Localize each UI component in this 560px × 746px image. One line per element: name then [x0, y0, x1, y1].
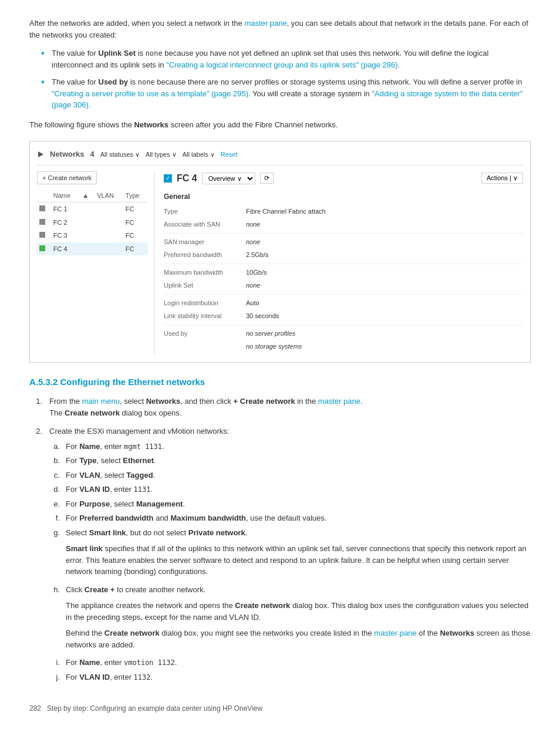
row-name: FC 2 — [51, 216, 80, 229]
vlanid-value-d: 1131 — [134, 485, 151, 494]
steps-list: 1. From the main menu, select Networks, … — [29, 396, 531, 686]
bullet-item-2: The value for Used by is none because th… — [41, 76, 531, 111]
sub-a: a. For Name, enter mgmt 1131. — [49, 441, 531, 453]
create-network-button[interactable]: + Create network — [37, 171, 97, 184]
detail-rows: TypeFibre Channel Fabric attachAssociate… — [164, 207, 523, 352]
detail-field-label: Login redistribution — [164, 298, 240, 308]
page-number: 282 — [29, 704, 41, 713]
list-panel: + Create network Name ▲ VLAN Type FC 1 F… — [37, 171, 154, 355]
master-pane-link-3[interactable]: master pane — [374, 629, 416, 637]
table-row[interactable]: FC 3 FC — [37, 229, 148, 242]
detail-field-label: Maximum bandwidth — [164, 268, 240, 278]
row-icon-cell — [37, 202, 51, 216]
detail-field-label: Link stability interval — [164, 311, 240, 321]
smart-link-label: Smart link — [89, 528, 126, 537]
detail-field-value: 2.5Gb/s — [246, 250, 269, 260]
detail-divider — [164, 325, 523, 325]
used-by-label: Used by — [99, 77, 129, 86]
detail-field-value: Auto — [246, 298, 259, 308]
fc-checkbox: ✓ — [164, 174, 172, 183]
main-menu-link[interactable]: main menu — [82, 397, 120, 406]
type-value-b: Ethernet — [123, 456, 154, 465]
type-label-b: Type — [79, 456, 96, 465]
smart-link-note: Smart link specifies that if all of the … — [66, 543, 531, 578]
sub-j-content: For VLAN ID, enter 1132. — [66, 671, 531, 683]
sub-f-content: For Preferred bandwidth and Maximum band… — [66, 512, 531, 524]
sub-h-note2: Behind the Create network dialog box, yo… — [66, 627, 531, 650]
name-value-a: mgmt 1131 — [124, 443, 162, 451]
networks-count: 4 — [90, 148, 95, 160]
row-type: FC — [123, 216, 148, 229]
general-section-title: General — [164, 191, 523, 202]
preferred-bw-label: Preferred bandwidth — [79, 514, 153, 522]
sub-steps-list: a. For Name, enter mgmt 1131. b. For Typ… — [49, 441, 531, 683]
col-name: Name — [51, 189, 80, 202]
name-label-i: Name — [79, 658, 100, 667]
create-network-dialog-label: Create network — [65, 409, 120, 417]
table-row[interactable]: FC 2 FC — [37, 216, 148, 229]
detail-field-value: 30 seconds — [246, 311, 279, 321]
play-icon — [37, 151, 44, 158]
server-profile-link[interactable]: "Creating a server profile to use as a t… — [52, 89, 251, 98]
step-2-content: Create the ESXi management and vMotion n… — [49, 426, 531, 686]
sub-f: f. For Preferred bandwidth and Maximum b… — [49, 512, 531, 524]
sub-g-content: Select Smart link, but do not select Pri… — [66, 527, 531, 581]
detail-field-label — [164, 342, 240, 352]
row-name: FC 3 — [51, 229, 80, 242]
table-header-row: Name ▲ VLAN Type — [37, 189, 148, 202]
reset-link[interactable]: Reset — [221, 150, 238, 160]
refresh-button[interactable]: ⟳ — [260, 173, 274, 184]
detail-field-row: Associate with SANnone — [164, 220, 523, 229]
sub-b-content: For Type, select Ethernet. — [66, 455, 531, 467]
row-vlan — [95, 216, 123, 229]
overview-select[interactable]: Overview ∨ — [202, 173, 255, 184]
name-label-a: Name — [79, 442, 100, 451]
header-actions: Actions | ∨ — [481, 173, 523, 184]
detail-field-label: Used by — [164, 329, 240, 339]
fc-name: FC 4 — [177, 171, 197, 185]
row-vlan — [95, 229, 123, 242]
detail-field-row: no storage systems — [164, 342, 523, 352]
detail-field-value: 10Gb/s — [246, 268, 266, 278]
step-1-content: From the main menu, select Networks, and… — [49, 396, 531, 418]
sub-h-note1: The appliance creates the network and op… — [66, 600, 531, 623]
detail-field-row: Uplink Setnone — [164, 281, 523, 291]
row-type: FC — [123, 242, 148, 256]
col-type: Type — [123, 189, 148, 202]
detail-field-value: no storage systems — [246, 342, 302, 352]
footer-text: Step by step: Configuring an example dat… — [47, 704, 262, 713]
filter-labels[interactable]: All labels ∨ — [183, 150, 215, 160]
sub-f-letter: f. — [49, 512, 60, 524]
vlanid-label-d: VLAN ID — [79, 485, 110, 494]
sub-b-letter: b. — [49, 455, 60, 467]
table-row[interactable]: FC 4 FC — [37, 242, 148, 256]
master-pane-link-2[interactable]: master pane — [318, 397, 360, 406]
detail-field-row: SAN managernone — [164, 237, 523, 247]
col-sort[interactable]: ▲ — [80, 189, 95, 202]
sub-i-content: For Name, enter vmotion 1132. — [66, 657, 531, 669]
detail-title: ✓ FC 4 Overview ∨ ⟳ — [164, 171, 274, 185]
used-by-value: none — [138, 78, 155, 86]
actions-button[interactable]: Actions | ∨ — [481, 173, 523, 184]
sub-d-content: For VLAN ID, enter 1131. — [66, 484, 531, 495]
sub-a-content: For Name, enter mgmt 1131. — [66, 441, 531, 453]
filter-types[interactable]: All types ∨ — [146, 150, 177, 160]
sub-b: b. For Type, select Ethernet. — [49, 455, 531, 467]
sub-e: e. For Purpose, select Management. — [49, 498, 531, 510]
master-pane-link[interactable]: master pane — [244, 19, 286, 28]
sub-e-letter: e. — [49, 498, 60, 510]
detail-field-value: Fibre Channel Fabric attach — [246, 207, 326, 217]
detail-field-row: Used byno server profiles — [164, 329, 523, 339]
sub-j-letter: j. — [49, 671, 60, 683]
filter-statuses[interactable]: All statuses ∨ — [100, 150, 140, 160]
sub-e-content: For Purpose, select Management. — [66, 498, 531, 510]
detail-field-value: no server profiles — [246, 329, 295, 339]
col-icon — [37, 189, 51, 202]
detail-panel: ✓ FC 4 Overview ∨ ⟳ Actions | ∨ General … — [154, 171, 523, 355]
uplink-set-value: none — [146, 49, 163, 58]
creating-logical-link[interactable]: "Creating a logical interconnect group a… — [166, 60, 400, 69]
table-row[interactable]: FC 1 FC — [37, 202, 148, 216]
create-network-label: + Create network — [234, 397, 295, 406]
purpose-label-e: Purpose — [79, 499, 110, 508]
row-icon-cell — [37, 242, 51, 256]
